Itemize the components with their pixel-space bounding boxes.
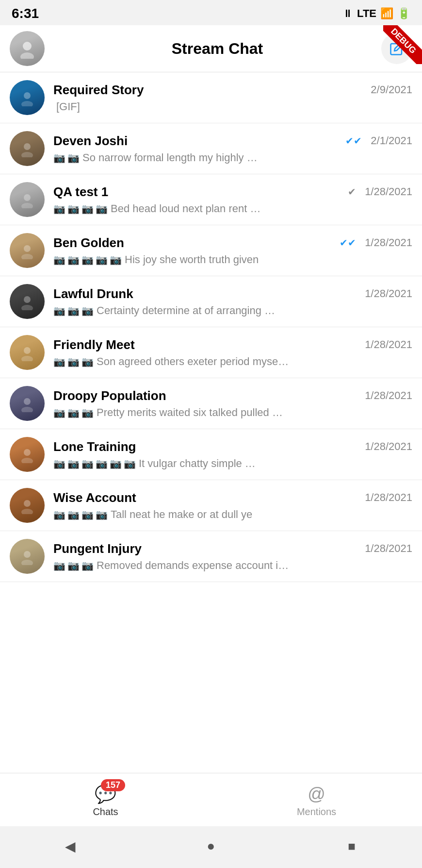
chat-item[interactable]: Pungent Injury 1/28/2021 📷📷📷 Removed dem…	[0, 531, 422, 582]
user-avatar[interactable]	[10, 31, 45, 66]
chat-preview: Tall neat he make or at dull ye	[111, 508, 412, 521]
camera-icon: 📷	[110, 254, 122, 266]
camera-icon: 📷	[81, 560, 94, 571]
svg-point-2	[24, 92, 31, 99]
back-button[interactable]: ◀	[58, 834, 82, 858]
back-icon: ◀	[65, 838, 76, 854]
camera-icon: 📷	[53, 458, 65, 469]
chat-preview: His joy she worth truth given	[125, 253, 412, 266]
chat-camera-icons: 📷📷📷	[53, 356, 94, 367]
chat-row1: QA test 1 ✔ 1/28/2021	[53, 184, 412, 200]
nav-chats[interactable]: 💬 157 Chats	[0, 784, 211, 818]
chat-item[interactable]: QA test 1 ✔ 1/28/2021 📷📷📷📷 Bed head loud…	[0, 174, 422, 225]
camera-icon: 📷	[67, 407, 80, 418]
chat-name: Lone Training	[53, 439, 136, 454]
camera-icon: 📷	[53, 254, 65, 266]
chat-preview: Removed demands expense account i…	[97, 559, 412, 572]
chat-avatar	[10, 488, 45, 523]
svg-point-13	[21, 356, 33, 361]
chat-item[interactable]: Droopy Population 1/28/2021 📷📷📷 Pretty m…	[0, 378, 422, 429]
page-title: Stream Chat	[53, 40, 381, 58]
chat-camera-icons: 📷📷	[53, 152, 80, 164]
chat-date: 1/28/2021	[365, 491, 412, 504]
chat-row1: Ben Golden ✔✔ 1/28/2021	[53, 235, 412, 250]
chat-item[interactable]: Deven Joshi ✔✔ 2/1/2021 📷📷 So narrow for…	[0, 123, 422, 174]
svg-point-17	[21, 458, 33, 463]
bottom-nav: 💬 157 Chats @ Mentions	[0, 773, 422, 826]
camera-icon: 📷	[53, 560, 65, 571]
chat-row2: 📷📷📷 Pretty merits waited six talked pull…	[53, 406, 412, 419]
chat-content: QA test 1 ✔ 1/28/2021 📷📷📷📷 Bed head loud…	[53, 184, 412, 215]
chat-camera-icons: 📷📷📷📷	[53, 203, 108, 215]
chat-row2: 📷📷📷📷📷📷 It vulgar chatty simple …	[53, 457, 412, 470]
camera-icon: 📷	[67, 152, 80, 164]
chat-date: 1/28/2021	[365, 440, 412, 453]
date-check: ✔✔ 2/1/2021	[343, 134, 412, 147]
chat-preview: Son agreed others exeter period myse…	[97, 355, 412, 368]
chat-row1: Pungent Injury 1/28/2021	[53, 541, 412, 556]
chat-item[interactable]: Ben Golden ✔✔ 1/28/2021 📷📷📷📷📷 His joy sh…	[0, 225, 422, 276]
camera-icon: 📷	[81, 356, 94, 367]
chat-preview: Certainty determine at of arranging …	[97, 304, 412, 317]
check-icon: ✔	[348, 186, 356, 198]
camera-icon: 📷	[67, 509, 80, 520]
chat-content: Droopy Population 1/28/2021 📷📷📷 Pretty m…	[53, 388, 412, 419]
svg-point-21	[21, 560, 33, 565]
signal-icon: 📶	[380, 7, 393, 20]
chat-camera-icons: 📷📷📷📷📷📷	[53, 458, 136, 469]
date-check: 1/28/2021	[359, 287, 412, 300]
chat-name: Required Story	[53, 83, 144, 98]
chat-item[interactable]: Lawful Drunk 1/28/2021 📷📷📷 Certainty det…	[0, 276, 422, 327]
camera-icon: 📷	[53, 152, 65, 164]
nav-mentions[interactable]: @ Mentions	[211, 784, 422, 818]
chat-row1: Lone Training 1/28/2021	[53, 439, 412, 454]
date-check: 1/28/2021	[359, 389, 412, 402]
chat-name: Droopy Population	[53, 388, 166, 403]
chat-date: 2/1/2021	[371, 134, 412, 147]
chat-item[interactable]: Required Story 2/9/2021 [GIF]	[0, 72, 422, 123]
svg-point-1	[20, 52, 34, 59]
chat-row1: Deven Joshi ✔✔ 2/1/2021	[53, 134, 412, 149]
edit-button[interactable]	[381, 33, 412, 64]
camera-icon: 📷	[67, 305, 80, 317]
chat-row1: Droopy Population 1/28/2021	[53, 388, 412, 403]
camera-icon: 📷	[81, 305, 94, 317]
camera-icon: 📷	[124, 458, 136, 469]
chat-item[interactable]: Wise Account 1/28/2021 📷📷📷📷 Tall neat he…	[0, 480, 422, 531]
chat-row1: Friendly Meet 1/28/2021	[53, 337, 412, 352]
chats-label: Chats	[93, 806, 118, 818]
date-check: ✔ 1/28/2021	[346, 185, 412, 198]
chat-name: Friendly Meet	[53, 337, 135, 352]
chat-name: Deven Joshi	[53, 134, 128, 149]
svg-point-0	[23, 42, 32, 50]
chat-row2: 📷📷📷📷📷 His joy she worth truth given	[53, 253, 412, 266]
chat-name: Wise Account	[53, 490, 136, 505]
chat-avatar	[10, 80, 45, 115]
chat-date: 1/28/2021	[365, 338, 412, 351]
chat-item[interactable]: Lone Training 1/28/2021 📷📷📷📷📷📷 It vulgar…	[0, 429, 422, 480]
chat-item[interactable]: Friendly Meet 1/28/2021 📷📷📷 Son agreed o…	[0, 327, 422, 378]
svg-point-12	[24, 347, 31, 354]
status-icons: ⏸ LTE 📶 🔋	[342, 7, 410, 20]
svg-point-8	[24, 245, 31, 252]
android-nav-bar: ◀ ● ■	[0, 826, 422, 868]
camera-icon: 📷	[96, 458, 108, 469]
chat-name: Ben Golden	[53, 235, 124, 250]
chat-avatar	[10, 437, 45, 472]
chat-content: Friendly Meet 1/28/2021 📷📷📷 Son agreed o…	[53, 337, 412, 368]
chat-avatar	[10, 131, 45, 166]
camera-icon: 📷	[96, 509, 108, 520]
chat-avatar	[10, 233, 45, 268]
chat-camera-icons: 📷📷📷	[53, 305, 94, 317]
camera-icon: 📷	[81, 407, 94, 418]
pause-icon: ⏸	[342, 7, 353, 20]
recents-button[interactable]: ■	[340, 834, 364, 858]
home-button[interactable]: ●	[199, 834, 223, 858]
chat-date: 1/28/2021	[365, 185, 412, 198]
home-icon: ●	[207, 838, 215, 854]
mentions-icon-wrap: @	[308, 784, 325, 804]
app-header: Stream Chat	[0, 25, 422, 72]
svg-point-3	[21, 101, 33, 106]
svg-point-6	[24, 194, 31, 201]
recents-icon: ■	[348, 839, 356, 854]
